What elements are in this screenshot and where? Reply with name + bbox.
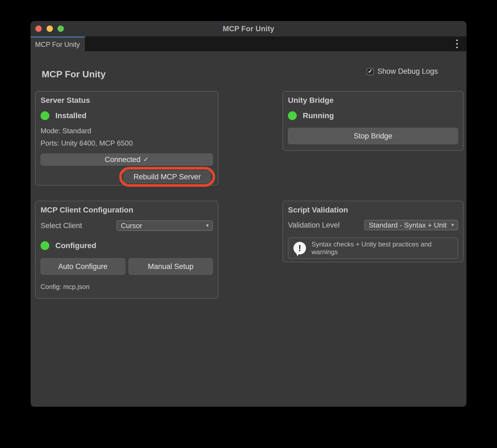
- bridge-status-row: Running: [288, 111, 458, 120]
- connected-check-icon: ✓: [143, 156, 149, 163]
- chevron-down-icon: ▼: [450, 223, 455, 227]
- tab-mcp-for-unity[interactable]: MCP For Unity: [31, 36, 85, 51]
- server-status-title: Server Status: [41, 96, 213, 105]
- unity-bridge-title: Unity Bridge: [288, 96, 458, 105]
- select-client-row: Select Client Cursor ▼: [41, 220, 213, 231]
- connected-button[interactable]: Connected ✓: [41, 154, 213, 166]
- client-dropdown-value: Cursor: [121, 222, 142, 230]
- auto-configure-label: Auto Configure: [58, 262, 107, 271]
- zoom-window-button[interactable]: [58, 25, 64, 32]
- configured-status-value: Configured: [55, 241, 96, 250]
- server-status-panel: Server Status Installed Mode: Standard P…: [35, 91, 218, 186]
- rebuild-mcp-server-button[interactable]: Rebuild MCP Server: [124, 171, 211, 183]
- validation-level-label: Validation Level: [288, 221, 340, 229]
- mcp-for-unity-window: MCP For Unity MCP For Unity MCP For Unit…: [31, 21, 466, 407]
- script-validation-panel: Script Validation Validation Level Stand…: [282, 201, 464, 262]
- server-status-row: Installed: [41, 111, 213, 120]
- show-debug-logs-checkbox[interactable]: ✓: [367, 68, 374, 75]
- configured-status-row: Configured: [41, 241, 213, 250]
- bridge-status-value: Running: [303, 111, 334, 120]
- tab-label: MCP For Unity: [35, 41, 80, 49]
- config-path-text: Config: mcp.json: [41, 283, 213, 291]
- select-client-label: Select Client: [41, 222, 82, 230]
- validation-help-box: ! Syntax checks + Unity best practices a…: [288, 237, 458, 259]
- server-ports-text: Ports: Unity 6400, MCP 6500: [41, 139, 213, 148]
- show-debug-logs-toggle[interactable]: ✓ Show Debug Logs: [367, 67, 438, 76]
- stop-bridge-button-label: Stop Bridge: [354, 132, 392, 140]
- rebuild-row: Rebuild MCP Server: [41, 171, 213, 183]
- kebab-menu-icon[interactable]: [454, 39, 460, 48]
- info-exclamation-icon: !: [293, 242, 306, 254]
- manual-setup-label: Manual Setup: [148, 262, 193, 271]
- server-mode-text: Mode: Standard: [41, 127, 213, 135]
- validation-level-row: Validation Level Standard - Syntax + Uni…: [288, 220, 458, 230]
- checkmark-icon: ✓: [368, 68, 373, 74]
- status-dot-green-icon: [41, 111, 49, 120]
- client-config-title: MCP Client Configuration: [41, 206, 213, 214]
- validation-level-value: Standard - Syntax + Unity p: [369, 221, 447, 229]
- stop-bridge-button[interactable]: Stop Bridge: [288, 128, 458, 144]
- window-titlebar[interactable]: MCP For Unity: [31, 21, 466, 36]
- status-dot-green-icon: [288, 111, 297, 120]
- auto-configure-button[interactable]: Auto Configure: [41, 258, 125, 275]
- status-dot-green-icon: [41, 241, 49, 250]
- desktop-background: { "window": { "title": "MCP For Unity", …: [0, 0, 497, 448]
- rebuild-button-label: Rebuild MCP Server: [133, 173, 201, 181]
- connected-button-label: Connected: [105, 155, 141, 164]
- server-status-value: Installed: [55, 111, 87, 120]
- config-buttons-row: Auto Configure Manual Setup: [41, 258, 213, 275]
- validation-level-dropdown[interactable]: Standard - Syntax + Unity p ▼: [364, 220, 458, 230]
- mcp-client-configuration-panel: MCP Client Configuration Select Client C…: [35, 201, 218, 299]
- tab-strip: MCP For Unity: [31, 36, 466, 51]
- validation-help-text: Syntax checks + Unity best practices and…: [312, 240, 453, 256]
- window-title: MCP For Unity: [223, 25, 274, 33]
- show-debug-logs-label: Show Debug Logs: [377, 67, 438, 76]
- client-dropdown[interactable]: Cursor ▼: [116, 220, 213, 231]
- close-window-button[interactable]: [35, 25, 42, 32]
- manual-setup-button[interactable]: Manual Setup: [128, 258, 213, 275]
- chevron-down-icon: ▼: [205, 223, 210, 228]
- script-validation-title: Script Validation: [288, 206, 458, 214]
- unity-bridge-panel: Unity Bridge Running Stop Bridge: [282, 91, 464, 151]
- page-title: MCP For Unity: [42, 69, 106, 80]
- minimize-window-button[interactable]: [47, 25, 53, 32]
